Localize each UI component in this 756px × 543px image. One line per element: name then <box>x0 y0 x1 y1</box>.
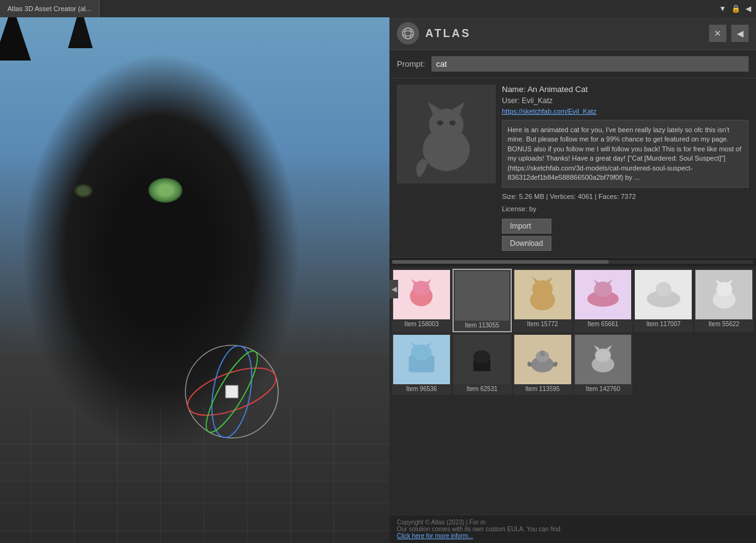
footer-link[interactable]: Click here for more inform... <box>397 532 749 539</box>
svg-point-19 <box>402 28 414 39</box>
grid-item-62531[interactable]: Item 62531 <box>452 334 512 395</box>
panel-header-buttons: ✕ ◀ <box>709 25 749 42</box>
lock-icon: 🔒 <box>731 4 741 13</box>
items-grid-row1: Item 158003 Item 113055 <box>389 266 756 332</box>
nav-button[interactable]: ◀ <box>731 25 749 42</box>
grid-item-142760[interactable]: Item 142760 <box>574 334 633 395</box>
svg-point-20 <box>405 28 411 39</box>
asset-license: License: by <box>502 205 749 213</box>
grid-item-thumb-113595 <box>514 335 571 384</box>
grid-item-label-117007: Item 117007 <box>646 319 681 329</box>
item-image-62531 <box>465 343 499 377</box>
item-image-96536 <box>403 341 440 378</box>
taskbar-tab[interactable]: Atlas 3D Asset Creator (al... <box>0 0 100 17</box>
grid-item-thumb-15772 <box>514 270 571 319</box>
item-image-142760 <box>586 343 620 377</box>
svg-point-37 <box>532 280 553 298</box>
grid-item-thumb-113055 <box>455 271 509 321</box>
grid-item-117007[interactable]: Item 117007 <box>634 269 693 332</box>
prompt-label: Prompt: <box>397 59 425 69</box>
svg-point-23 <box>429 109 464 141</box>
grid-item-55622[interactable]: Item 55622 <box>694 269 754 332</box>
footer-copyright: Copyright © Atlas (2023) | For m <box>397 519 749 526</box>
prompt-input[interactable] <box>431 56 749 72</box>
prompt-row: Prompt: <box>389 50 756 78</box>
svg-rect-58 <box>540 351 545 356</box>
item-image-15772 <box>525 276 559 313</box>
asset-preview-image <box>409 91 483 177</box>
grid-item-label-62531: Item 62531 <box>467 384 498 394</box>
scroll-track[interactable] <box>392 260 754 264</box>
grid-item-label-55622: Item 55622 <box>708 319 739 329</box>
item-image-158003 <box>404 278 438 312</box>
svg-point-21 <box>402 31 414 36</box>
grid-item-thumb-65661 <box>575 270 632 319</box>
grid-item-label-96536: Item 96536 <box>406 384 437 394</box>
grid-item-158003[interactable]: Item 158003 <box>392 269 451 332</box>
asset-preview <box>397 85 496 183</box>
grid-item-113055[interactable]: Item 113055 <box>452 269 512 332</box>
taskbar-icons: ▼ 🔒 ◀ <box>719 4 756 13</box>
grid-item-113595[interactable]: Item 113595 <box>513 334 572 395</box>
asset-size: Size: 5.26 MB | Vertices: 4061 | Faces: … <box>502 193 749 200</box>
item-image-55622 <box>707 278 741 312</box>
scroll-divider[interactable] <box>389 258 756 266</box>
svg-rect-4 <box>226 385 238 398</box>
right-panel: ATLAS ✕ ◀ Prompt: <box>389 17 756 543</box>
grid-item-thumb-55622 <box>695 270 752 319</box>
canvas-toggle-arrow[interactable]: ◀ <box>389 280 398 298</box>
taskbar: Atlas 3D Asset Creator (al... ▼ 🔒 ◀ <box>0 0 756 17</box>
grid-item-label-113595: Item 113595 <box>525 384 560 394</box>
asset-name: Name: An Animated Cat <box>502 85 749 94</box>
nav-back-icon[interactable]: ◀ <box>745 4 751 13</box>
grid-item-15772[interactable]: Item 15772 <box>513 269 572 332</box>
asset-link[interactable]: https://sketchfab.com/Evil_Katz <box>502 107 749 115</box>
item-image-65661 <box>583 279 623 310</box>
svg-point-27 <box>449 120 456 125</box>
svg-point-55 <box>474 350 491 364</box>
import-button[interactable]: Import <box>502 219 551 234</box>
panel-footer: Copyright © Atlas (2023) | For m Our sol… <box>389 515 756 543</box>
svg-point-45 <box>656 282 671 297</box>
svg-point-26 <box>437 120 443 125</box>
asset-user: User: Evil_Katz <box>502 96 749 105</box>
footer-eula: Our solution comes with its own custom E… <box>397 526 749 532</box>
item-image-113595 <box>525 343 559 377</box>
grid-item-96536[interactable]: Item 96536 <box>392 334 451 395</box>
grid-item-label-65661: Item 65661 <box>587 319 618 329</box>
asset-actions: Import Download <box>502 219 749 251</box>
viewport[interactable] <box>0 17 389 543</box>
atlas-logo-text: ATLAS <box>425 27 471 40</box>
grid-item-65661[interactable]: Item 65661 <box>574 269 633 332</box>
item-image-113055 <box>465 276 499 316</box>
asset-detail: Name: An Animated Cat User: Evil_Katz ht… <box>389 78 756 258</box>
grid-item-label-15772: Item 15772 <box>527 319 558 329</box>
asset-info: Name: An Animated Cat User: Evil_Katz ht… <box>502 85 749 251</box>
download-button[interactable]: Download <box>502 236 551 251</box>
atlas-logo-icon <box>397 22 419 44</box>
grid-spacer <box>389 397 756 515</box>
grid-item-thumb-142760 <box>575 335 632 384</box>
asset-description[interactable]: Here is an animated cat for you, I've be… <box>502 120 749 188</box>
grid-item-label-142760: Item 142760 <box>586 384 621 394</box>
items-grid-row2: Item 96536 Item 62531 <box>389 332 756 397</box>
scroll-thumb <box>392 260 609 264</box>
item-image-117007 <box>643 279 684 310</box>
grid-item-thumb-62531 <box>454 335 511 384</box>
grid-item-label-158003: Item 158003 <box>404 319 439 329</box>
panel-header: ATLAS ✕ ◀ <box>389 17 756 50</box>
grid-item-thumb-96536 <box>393 335 450 384</box>
logo-area: ATLAS <box>397 22 471 44</box>
grid-item-thumb-158003 <box>393 270 450 319</box>
grid-item-thumb-117007 <box>635 270 692 319</box>
grid-item-label-113055: Item 113055 <box>465 321 499 330</box>
dropdown-icon[interactable]: ▼ <box>719 4 726 13</box>
close-button[interactable]: ✕ <box>709 25 726 42</box>
